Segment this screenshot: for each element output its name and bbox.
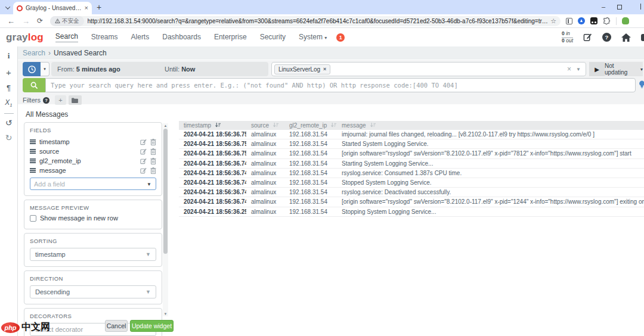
add-field-input[interactable]	[30, 178, 156, 190]
scroll-up-icon[interactable]: ▲	[163, 123, 168, 128]
lightbulb-icon[interactable]	[639, 80, 644, 91]
search-query-input[interactable]	[45, 78, 636, 92]
window-restore-button[interactable]	[617, 5, 622, 10]
add-filter-button[interactable]: +	[55, 95, 66, 105]
view-description-icon[interactable]: i	[8, 51, 10, 61]
window-close-button[interactable]	[640, 4, 644, 10]
filters-help-icon[interactable]: ?	[43, 97, 49, 104]
tab-search-button[interactable]	[3, 3, 12, 12]
table-row[interactable]: 2024-04-21 18:56:36.758 almalinux 192.16…	[179, 139, 644, 149]
edit-field-icon[interactable]	[140, 139, 147, 145]
saved-filters-button[interactable]	[69, 95, 82, 105]
edit-field-icon[interactable]	[140, 158, 147, 164]
forward-icon[interactable]: →	[22, 17, 30, 26]
extensions-puzzle-icon[interactable]	[603, 17, 611, 25]
table-row[interactable]: 2024-04-21 18:56:36.759 almalinux 192.16…	[179, 130, 644, 139]
create-widget-icon[interactable]: +	[6, 67, 11, 77]
delete-field-icon[interactable]	[150, 167, 156, 174]
drag-handle-icon[interactable]	[30, 149, 36, 154]
nav-item-dashboards[interactable]: Dashboards	[162, 33, 201, 42]
cancel-button[interactable]: Cancel	[105, 320, 128, 332]
nav-item-streams[interactable]: Streams	[91, 33, 118, 42]
formatting-icon[interactable]: ¶	[7, 83, 11, 92]
sort-active-icon[interactable]	[215, 123, 221, 128]
sort-icon[interactable]	[370, 123, 376, 128]
clock-icon[interactable]	[23, 62, 41, 76]
table-row[interactable]: 2024-04-21 18:56:36.745 almalinux 192.16…	[179, 159, 644, 169]
play-button[interactable]: ▶	[589, 62, 605, 76]
drag-handle-icon[interactable]	[30, 139, 36, 144]
scroll-down-icon[interactable]: ▼	[163, 312, 168, 316]
new-tab-button[interactable]: +	[97, 2, 101, 12]
chevron-down-icon	[5, 4, 10, 9]
time-range-button[interactable]: ▾	[23, 62, 49, 76]
nav-item-system[interactable]: System ▾	[299, 33, 327, 42]
user-avatar[interactable]	[641, 34, 644, 41]
extension-green-icon[interactable]	[622, 17, 629, 24]
sorting-card: SORTING timestamp▼	[24, 233, 162, 267]
scrollbar-thumb[interactable]	[163, 129, 168, 254]
column-header-source[interactable]: source	[246, 122, 284, 129]
edit-field-icon[interactable]	[140, 167, 147, 174]
refresh-rate-dropdown[interactable]: Not updating▾	[605, 62, 643, 76]
notification-badge[interactable]: 1	[336, 33, 345, 42]
nav-item-alerts[interactable]: Alerts	[131, 33, 150, 42]
edit-field-icon[interactable]	[140, 148, 147, 155]
extension-dark-icon[interactable]	[590, 17, 597, 24]
help-icon[interactable]: ?	[602, 33, 611, 42]
redo-icon[interactable]: ↻	[5, 133, 13, 142]
bookmark-star-icon[interactable]: ☆	[550, 17, 556, 25]
time-range-dropdown[interactable]: ▾	[41, 62, 49, 76]
back-icon[interactable]: ←	[7, 17, 15, 26]
graylog-logo[interactable]: graylog	[6, 32, 44, 43]
table-row[interactable]: 2024-04-21 18:56:36.741 almalinux 192.16…	[179, 197, 644, 207]
delete-field-icon[interactable]	[150, 139, 156, 145]
url-field[interactable]: 不安全 http://192.168.31.54:9000/search?q=&…	[50, 16, 561, 26]
stream-chip[interactable]: LinuxServerLog ×	[274, 64, 330, 74]
nav-item-security[interactable]: Security	[260, 33, 286, 42]
table-row[interactable]: 2024-04-21 18:56:36.257 almalinux 192.16…	[179, 207, 644, 217]
throughput-indicator[interactable]: 0 in 0 out	[562, 31, 573, 44]
column-header-gl2-remote-ip[interactable]: gl2_remote_ip	[284, 122, 337, 129]
delete-field-icon[interactable]	[150, 148, 156, 155]
tab-close-icon[interactable]: ×	[85, 5, 88, 11]
fields-icon[interactable]: X1	[5, 98, 12, 108]
browser-tab[interactable]: Graylog - Unsaved Search ×	[13, 2, 92, 14]
sort-icon[interactable]	[331, 123, 336, 128]
sort-icon[interactable]	[273, 123, 278, 128]
drag-handle-icon[interactable]	[30, 158, 36, 163]
direction-select[interactable]: Descending▼	[30, 285, 156, 298]
table-row[interactable]: 2024-04-21 18:56:36.743 almalinux 192.16…	[179, 169, 644, 178]
column-header-timestamp[interactable]: timestamp	[179, 122, 246, 129]
reload-icon[interactable]: ⟳	[37, 17, 43, 25]
table-row[interactable]: 2024-04-21 18:56:36.743 almalinux 192.16…	[179, 178, 644, 188]
drag-handle-icon[interactable]	[30, 168, 36, 173]
side-panel-icon[interactable]	[566, 18, 572, 24]
sorting-select[interactable]: timestamp▼	[30, 248, 156, 261]
window-minimize-button[interactable]: –	[602, 3, 605, 10]
undo-icon[interactable]: ↺	[5, 118, 13, 127]
table-row[interactable]: 2024-04-21 18:56:36.743 almalinux 192.16…	[179, 188, 644, 197]
remove-stream-icon[interactable]: ×	[323, 66, 326, 72]
show-message-checkbox[interactable]	[30, 215, 36, 222]
column-header-message[interactable]: message	[337, 122, 644, 129]
url-text[interactable]: http://192.168.31.54:9000/search?q=&rang…	[88, 18, 549, 24]
time-range-display[interactable]: From: 5 minutes ago Until: Now	[51, 62, 268, 76]
update-widget-button[interactable]: Update widget	[130, 320, 174, 332]
breadcrumb-link-search[interactable]: Search	[23, 49, 45, 57]
clear-streams-icon[interactable]: ×	[567, 65, 571, 73]
table-row[interactable]: 2024-04-21 18:56:36.758 almalinux 192.16…	[179, 149, 644, 158]
chevron-down-icon[interactable]: ▼	[576, 67, 581, 72]
edit-mode-icon[interactable]	[583, 33, 592, 42]
security-badge[interactable]: 不安全	[50, 16, 84, 26]
nav-item-enterprise[interactable]: Enterprise	[214, 33, 247, 42]
table-header: timestamp source gl2_remote_ip message	[179, 121, 644, 130]
search-submit-button[interactable]	[23, 78, 45, 92]
config-panel-scrollbar[interactable]: ▲ ▼	[163, 123, 168, 316]
home-icon[interactable]	[621, 33, 631, 42]
stream-select[interactable]: LinuxServerLog × × ▼	[271, 62, 586, 76]
breadcrumb-current: Unsaved Search	[54, 49, 107, 57]
delete-field-icon[interactable]	[150, 158, 156, 164]
nav-item-search[interactable]: Search	[55, 32, 78, 42]
extension-blue-icon[interactable]	[578, 17, 585, 24]
